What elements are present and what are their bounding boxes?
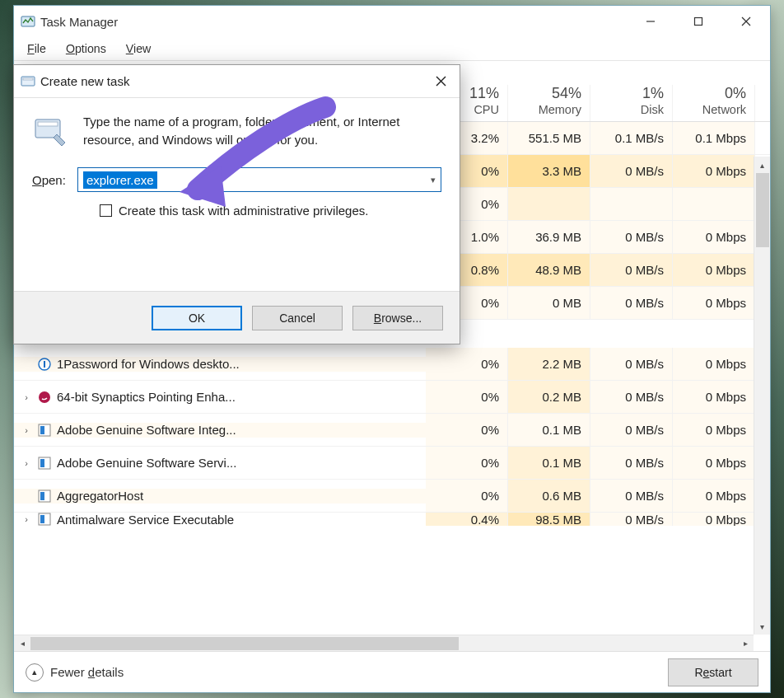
- process-name: Adobe Genuine Software Integ...: [57, 423, 236, 437]
- close-button[interactable]: [722, 6, 770, 37]
- scroll-down-icon[interactable]: ▾: [754, 618, 771, 635]
- expand-icon[interactable]: ›: [21, 425, 32, 435]
- memory-column-header[interactable]: 54%Memory: [508, 85, 590, 121]
- expand-icon[interactable]: ›: [21, 392, 32, 402]
- open-combobox[interactable]: explorer.exe ▾: [77, 167, 441, 192]
- dialog-title: Create new task: [40, 74, 422, 88]
- scroll-right-icon[interactable]: ▸: [737, 635, 754, 652]
- ok-button[interactable]: OK: [152, 306, 242, 330]
- process-name: Antimalware Service Executable: [57, 513, 234, 526]
- admin-checkbox[interactable]: [100, 204, 112, 217]
- scroll-left-icon[interactable]: ◂: [14, 635, 30, 652]
- onepassword-icon: [37, 357, 52, 372]
- menu-view[interactable]: View: [118, 40, 160, 58]
- scroll-thumb[interactable]: [30, 637, 459, 650]
- app-icon: [21, 14, 35, 29]
- generic-app-icon: [37, 489, 52, 504]
- process-name: 64-bit Synaptics Pointing Enha...: [57, 390, 236, 404]
- menu-options[interactable]: Options: [58, 40, 114, 58]
- dialog-close-button[interactable]: [422, 66, 460, 97]
- footer: ▴ Fewer details Restart: [14, 651, 770, 692]
- table-row[interactable]: › 1Password for Windows deskto... 0% 2.2…: [14, 348, 770, 381]
- generic-app-icon: [37, 423, 52, 438]
- browse-button[interactable]: Browse...: [352, 306, 443, 330]
- table-row[interactable]: › Adobe Genuine Software Integ... 0% 0.1…: [14, 414, 770, 447]
- svg-rect-21: [23, 78, 33, 80]
- fewer-details-button[interactable]: ▴ Fewer details: [26, 663, 124, 682]
- synaptics-icon: [37, 390, 52, 405]
- scroll-thumb[interactable]: [756, 173, 769, 247]
- menubar: File Options View: [14, 37, 770, 60]
- minimize-button[interactable]: [627, 6, 674, 37]
- disk-column-header[interactable]: 1%Disk: [590, 85, 673, 121]
- vertical-scrollbar[interactable]: ▴ ▾: [754, 157, 770, 635]
- network-column-header[interactable]: 0%Network: [673, 85, 755, 121]
- svg-rect-19: [40, 515, 44, 523]
- svg-rect-17: [40, 492, 44, 500]
- dialog-buttons: OK Cancel Browse...: [14, 291, 460, 344]
- svg-rect-10: [44, 361, 45, 368]
- svg-rect-13: [40, 426, 44, 434]
- open-label: Open:: [32, 173, 66, 187]
- maximize-button[interactable]: [674, 6, 722, 37]
- scroll-up-icon[interactable]: ▴: [754, 157, 771, 173]
- cancel-button[interactable]: Cancel: [252, 306, 343, 330]
- generic-app-icon: [37, 456, 52, 471]
- svg-rect-15: [40, 459, 44, 467]
- dialog-description: Type the name of a program, folder, docu…: [83, 113, 441, 149]
- titlebar: Task Manager: [14, 6, 770, 37]
- svg-rect-2: [695, 18, 702, 26]
- expand-icon[interactable]: ›: [21, 514, 32, 524]
- restart-button[interactable]: Restart: [668, 658, 758, 686]
- process-name: Adobe Genuine Software Servi...: [57, 456, 236, 470]
- dialog-titlebar: Create new task: [14, 65, 460, 98]
- svg-point-11: [39, 391, 50, 403]
- run-dialog-icon: [21, 74, 35, 89]
- process-name: AggregatorHost: [57, 489, 143, 503]
- chevron-up-icon: ▴: [26, 663, 44, 682]
- svg-rect-25: [38, 122, 58, 126]
- generic-app-icon: [37, 513, 52, 526]
- horizontal-scrollbar[interactable]: ◂ ▸: [14, 635, 754, 651]
- menu-file[interactable]: File: [19, 40, 54, 58]
- table-row[interactable]: › 64-bit Synaptics Pointing Enha... 0% 0…: [14, 381, 770, 414]
- create-task-dialog: Create new task Type the name of a progr…: [13, 64, 460, 344]
- table-row[interactable]: › AggregatorHost 0% 0.6 MB 0 MB/s 0 Mbps: [14, 480, 770, 513]
- run-icon: [32, 113, 68, 149]
- admin-checkbox-label: Create this task with administrative pri…: [119, 204, 368, 218]
- table-row[interactable]: › Adobe Genuine Software Servi... 0% 0.1…: [14, 447, 770, 480]
- process-name: 1Password for Windows deskto...: [57, 357, 240, 371]
- expand-icon[interactable]: ›: [21, 458, 32, 468]
- table-row[interactable]: › Antimalware Service Executable 0.4% 98…: [14, 513, 770, 526]
- open-input-value[interactable]: explorer.exe: [83, 171, 157, 189]
- window-title: Task Manager: [40, 15, 627, 29]
- chevron-down-icon[interactable]: ▾: [431, 175, 436, 185]
